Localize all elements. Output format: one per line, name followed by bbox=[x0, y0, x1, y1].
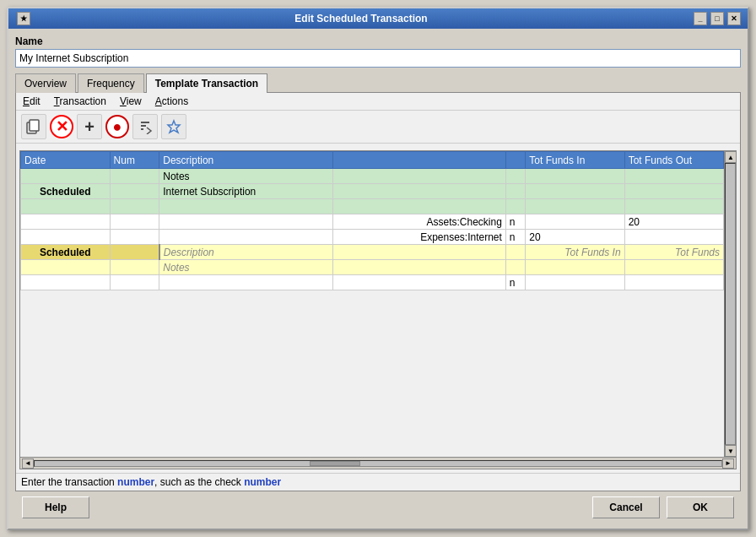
cancel-button[interactable]: Cancel bbox=[592, 496, 660, 518]
content-area: Date Num Description Tot Funds In Tot Fu… bbox=[16, 144, 740, 473]
duplicate-button[interactable] bbox=[21, 114, 46, 139]
help-button[interactable]: Help bbox=[22, 496, 89, 518]
cell-date-empty bbox=[21, 275, 111, 290]
cell-r bbox=[505, 169, 525, 184]
cell-num bbox=[110, 199, 159, 214]
cell-date-edit[interactable]: Scheduled bbox=[21, 245, 111, 260]
cell-funds-out bbox=[624, 184, 723, 199]
cell-num bbox=[110, 230, 159, 245]
cell-funds-in bbox=[526, 184, 624, 199]
minimize-button[interactable]: _ bbox=[694, 12, 707, 25]
cell-date bbox=[21, 214, 111, 230]
cell-funds-out bbox=[624, 169, 723, 184]
cell-desc-notes[interactable]: Notes bbox=[159, 260, 332, 275]
menu-edit[interactable]: Edit bbox=[19, 95, 44, 108]
maximize-button[interactable]: □ bbox=[710, 12, 724, 25]
table-row: Scheduled Internet Subscription bbox=[21, 184, 724, 199]
add-button[interactable]: + bbox=[77, 114, 102, 139]
cell-account-edit bbox=[332, 245, 505, 260]
tab-content: Edit Transaction View Actions ✕ + ● bbox=[15, 92, 741, 491]
header-funds-out: Tot Funds Out bbox=[624, 152, 723, 169]
record-button[interactable]: ● bbox=[105, 115, 129, 138]
cell-num-empty bbox=[110, 275, 159, 290]
main-window: ★ Edit Scheduled Transaction _ □ ✕ Name … bbox=[7, 7, 749, 530]
cell-date bbox=[21, 230, 111, 245]
cell-funds-out-edit: Tot Funds bbox=[624, 245, 723, 260]
toolbar: ✕ + ● bbox=[16, 111, 740, 144]
cell-account: Expenses:Internet bbox=[332, 230, 505, 245]
table-row bbox=[21, 199, 724, 214]
cell-r bbox=[505, 199, 525, 214]
cell-desc-edit[interactable]: Description bbox=[159, 245, 332, 260]
table-row: Assets:Checking n 20 bbox=[21, 214, 724, 230]
table-scroll-area: Date Num Description Tot Funds In Tot Fu… bbox=[20, 151, 724, 457]
transaction-table-container: Date Num Description Tot Funds In Tot Fu… bbox=[19, 150, 737, 469]
menu-view[interactable]: View bbox=[116, 95, 145, 108]
tab-overview[interactable]: Overview bbox=[15, 73, 76, 93]
cell-num-notes bbox=[110, 260, 159, 275]
menu-transaction[interactable]: Transaction bbox=[51, 95, 110, 108]
cell-desc: Internet Subscription bbox=[159, 184, 332, 199]
menu-actions[interactable]: Actions bbox=[152, 95, 192, 108]
cell-account bbox=[332, 169, 505, 184]
down-button[interactable] bbox=[132, 114, 158, 139]
cell-funds-in bbox=[526, 169, 624, 184]
window-icon: ★ bbox=[17, 12, 30, 25]
header-desc: Description bbox=[159, 152, 332, 169]
table-row: Notes bbox=[21, 169, 724, 184]
svg-rect-1 bbox=[30, 120, 39, 131]
status-bar: Enter the transaction number, such as th… bbox=[16, 473, 740, 491]
table-header-row: Date Num Description Tot Funds In Tot Fu… bbox=[21, 152, 724, 169]
transaction-table: Date Num Description Tot Funds In Tot Fu… bbox=[20, 151, 724, 290]
cell-num bbox=[110, 184, 159, 199]
cell-funds-in bbox=[526, 199, 624, 214]
cell-desc-empty bbox=[159, 275, 332, 290]
scroll-track-v[interactable] bbox=[725, 163, 736, 445]
table-row[interactable]: Notes bbox=[21, 260, 724, 275]
tab-frequency[interactable]: Frequency bbox=[78, 73, 144, 93]
cell-date bbox=[21, 199, 111, 214]
cell-date: Scheduled bbox=[21, 184, 111, 199]
scroll-thumb-h[interactable] bbox=[310, 461, 360, 466]
cell-r-edit bbox=[505, 245, 525, 260]
cell-funds-out bbox=[624, 230, 723, 245]
cell-account: Assets:Checking bbox=[332, 214, 505, 230]
cell-desc bbox=[159, 214, 332, 230]
button-row: Help Cancel OK bbox=[15, 491, 741, 522]
horizontal-scrollbar[interactable]: ◄ ► bbox=[20, 457, 736, 469]
scroll-track-h[interactable] bbox=[34, 460, 722, 467]
cell-funds-in-notes bbox=[526, 260, 624, 275]
cell-num-edit[interactable] bbox=[110, 245, 159, 260]
table-row: Expenses:Internet n 20 bbox=[21, 230, 724, 245]
cell-funds-out-notes bbox=[624, 260, 723, 275]
cell-funds-out bbox=[624, 199, 723, 214]
cell-funds-in-empty bbox=[526, 275, 624, 290]
header-r bbox=[505, 152, 525, 169]
header-account bbox=[332, 152, 505, 169]
cell-desc: Notes bbox=[159, 169, 332, 184]
scroll-down-arrow[interactable]: ▼ bbox=[725, 445, 736, 457]
header-num: Num bbox=[110, 152, 159, 169]
cell-funds-out-empty bbox=[624, 275, 723, 290]
scroll-left-arrow[interactable]: ◄ bbox=[22, 458, 34, 469]
close-button[interactable]: ✕ bbox=[727, 12, 741, 25]
ok-button[interactable]: OK bbox=[667, 496, 734, 518]
cell-r-empty: n bbox=[505, 275, 525, 290]
cell-r: n bbox=[505, 230, 525, 245]
name-input[interactable] bbox=[15, 49, 741, 68]
cell-date bbox=[21, 169, 111, 184]
scroll-right-arrow[interactable]: ► bbox=[722, 458, 734, 469]
cell-account bbox=[332, 199, 505, 214]
cell-account-empty bbox=[332, 275, 505, 290]
title-bar-controls: _ □ ✕ bbox=[692, 12, 741, 25]
table-row[interactable]: Scheduled Description Tot Funds In Tot F… bbox=[21, 245, 724, 260]
delete-button[interactable]: ✕ bbox=[50, 115, 73, 138]
header-funds-in: Tot Funds In bbox=[526, 152, 624, 169]
cell-funds-in-edit: Tot Funds In bbox=[526, 245, 624, 260]
scroll-up-arrow[interactable]: ▲ bbox=[725, 151, 736, 163]
vertical-scrollbar[interactable]: ▲ ▼ bbox=[724, 151, 736, 457]
tab-template[interactable]: Template Transaction bbox=[146, 73, 267, 93]
name-section: Name bbox=[15, 35, 741, 68]
cell-r bbox=[505, 184, 525, 199]
schedule-button[interactable] bbox=[161, 114, 186, 139]
